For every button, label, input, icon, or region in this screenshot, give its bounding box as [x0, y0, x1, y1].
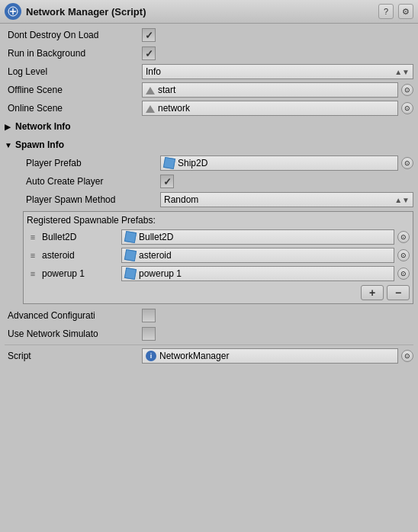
- spawn-info-content: Player Prefab Ship2D ⊙ Auto Create Playe…: [5, 155, 413, 304]
- player-spawn-method-label: Player Spawn Method: [23, 194, 160, 205]
- inspector-content: Dont Destroy On Load Run in Background L…: [0, 24, 418, 369]
- script-target-button[interactable]: ⊙: [401, 350, 413, 362]
- auto-create-player-label: Auto Create Player: [23, 176, 160, 187]
- player-spawn-method-text: Random: [164, 194, 198, 205]
- inspector-header: Network Manager (Script) ? ⚙: [0, 0, 418, 24]
- spawnable-prefab-icon-2: [124, 268, 137, 280]
- network-info-triangle-icon: ▶: [5, 123, 14, 131]
- log-level-value: Info ▲▼: [142, 64, 413, 79]
- log-level-arrow-icon: ▲▼: [394, 68, 410, 76]
- prefab-icon: [163, 157, 175, 169]
- remove-spawnable-button[interactable]: −: [387, 285, 410, 300]
- script-field[interactable]: i NetworkManager: [142, 348, 398, 364]
- spawnable-field-1[interactable]: asteroid: [121, 248, 394, 263]
- drag-handle-icon-0[interactable]: ≡: [27, 232, 39, 242]
- online-scene-value: network ⊙: [142, 101, 413, 116]
- run-in-background-row: Run in Background: [5, 45, 413, 62]
- spawnable-item-0: ≡ Bullet2D Bullet2D ⊙: [27, 229, 410, 245]
- spawnable-value-1: asteroid: [139, 250, 172, 261]
- use-network-sim-row: Use Network Simulato: [5, 325, 413, 342]
- run-in-background-label: Run in Background: [5, 48, 142, 59]
- dont-destroy-checkbox[interactable]: [142, 28, 156, 42]
- advanced-config-value: [142, 309, 413, 322]
- player-prefab-field[interactable]: Ship2D: [160, 155, 398, 171]
- spawnable-prefab-icon-1: [124, 249, 137, 261]
- inspector-title: Network Manager (Script): [26, 6, 374, 18]
- use-network-sim-checkbox[interactable]: [142, 327, 156, 341]
- spawnable-value-0: Bullet2D: [139, 232, 173, 242]
- offline-scene-text: start: [158, 85, 175, 95]
- spawnable-target-button-0[interactable]: ⊙: [397, 231, 410, 243]
- auto-create-player-value: [160, 175, 413, 188]
- spawnable-name-0: Bullet2D: [42, 232, 118, 242]
- online-scene-icon: [146, 105, 155, 113]
- spawn-method-arrow-icon: ▲▼: [394, 196, 410, 204]
- network-info-section[interactable]: ▶ Network Info: [5, 118, 413, 135]
- player-prefab-value: Ship2D ⊙: [160, 155, 413, 171]
- advanced-config-label: Advanced Configurati: [5, 310, 142, 321]
- offline-scene-row: Offline Scene start ⊙: [5, 82, 413, 98]
- add-spawnable-button[interactable]: +: [361, 285, 384, 300]
- log-level-label: Log Level: [5, 66, 142, 77]
- spawn-info-triangle-icon: ▼: [5, 141, 14, 149]
- log-level-dropdown[interactable]: Info ▲▼: [142, 64, 413, 79]
- network-info-label: Network Info: [15, 121, 71, 132]
- script-label: Script: [5, 351, 142, 361]
- dont-destroy-row: Dont Destroy On Load: [5, 27, 413, 43]
- run-in-background-checkbox[interactable]: [142, 46, 156, 60]
- run-in-background-value: [142, 46, 413, 60]
- offline-scene-value: start ⊙: [142, 82, 413, 98]
- spawnable-field-0[interactable]: Bullet2D: [121, 229, 394, 245]
- player-spawn-method-value: Random ▲▼: [160, 192, 413, 207]
- spawnable-target-button-1[interactable]: ⊙: [397, 249, 410, 261]
- online-scene-text: network: [158, 103, 190, 114]
- spawnable-target-button-2[interactable]: ⊙: [397, 268, 410, 280]
- script-icon: i: [146, 351, 156, 361]
- online-scene-target-button[interactable]: ⊙: [401, 102, 413, 114]
- spawnable-field-2[interactable]: powerup 1: [121, 266, 394, 281]
- use-network-sim-label: Use Network Simulato: [5, 328, 142, 339]
- offline-scene-field[interactable]: start: [142, 82, 398, 98]
- dont-destroy-value: [142, 28, 413, 42]
- spawnable-item-2: ≡ powerup 1 powerup 1 ⊙: [27, 265, 410, 282]
- spawnable-buttons: + −: [27, 285, 410, 300]
- advanced-config-checkbox[interactable]: [142, 309, 156, 322]
- dont-destroy-label: Dont Destroy On Load: [5, 30, 142, 40]
- player-spawn-method-dropdown[interactable]: Random ▲▼: [160, 192, 413, 207]
- scene-icon: [146, 87, 155, 95]
- settings-button[interactable]: ⚙: [398, 4, 413, 19]
- spawnable-name-2: powerup 1: [42, 268, 118, 279]
- log-level-row: Log Level Info ▲▼: [5, 63, 413, 80]
- auto-create-player-checkbox[interactable]: [160, 175, 174, 188]
- advanced-config-row: Advanced Configurati: [5, 307, 413, 324]
- log-level-dropdown-value: Info: [146, 66, 161, 77]
- use-network-sim-value: [142, 327, 413, 341]
- spawn-info-label: Spawn Info: [15, 139, 64, 150]
- player-prefab-target-button[interactable]: ⊙: [401, 157, 413, 169]
- player-spawn-method-row: Player Spawn Method Random ▲▼: [23, 191, 413, 208]
- online-scene-label: Online Scene: [5, 103, 142, 114]
- script-divider: [5, 345, 413, 345]
- spawn-info-section[interactable]: ▼ Spawn Info: [5, 136, 413, 153]
- online-scene-field[interactable]: network: [142, 101, 398, 116]
- component-icon: [5, 3, 21, 20]
- spawnable-prefabs-box: Registered Spawnable Prefabs: ≡ Bullet2D…: [23, 211, 413, 304]
- spawnable-name-1: asteroid: [42, 250, 118, 261]
- spawnable-value-2: powerup 1: [139, 268, 182, 279]
- drag-handle-icon-2[interactable]: ≡: [27, 269, 39, 278]
- player-prefab-row: Player Prefab Ship2D ⊙: [23, 155, 413, 171]
- auto-create-player-row: Auto Create Player: [23, 173, 413, 190]
- drag-handle-icon-1[interactable]: ≡: [27, 251, 39, 260]
- spawnable-prefabs-title: Registered Spawnable Prefabs:: [27, 215, 410, 226]
- player-prefab-text: Ship2D: [178, 158, 207, 168]
- spawnable-item-1: ≡ asteroid asteroid ⊙: [27, 247, 410, 264]
- help-button[interactable]: ?: [378, 4, 394, 19]
- player-prefab-label: Player Prefab: [23, 158, 160, 168]
- script-row: Script i NetworkManager ⊙: [5, 348, 413, 364]
- offline-scene-target-button[interactable]: ⊙: [401, 84, 413, 96]
- offline-scene-label: Offline Scene: [5, 85, 142, 95]
- script-value: i NetworkManager ⊙: [142, 348, 413, 364]
- script-text: NetworkManager: [159, 351, 229, 361]
- spawnable-prefab-icon-0: [124, 231, 137, 243]
- online-scene-row: Online Scene network ⊙: [5, 100, 413, 117]
